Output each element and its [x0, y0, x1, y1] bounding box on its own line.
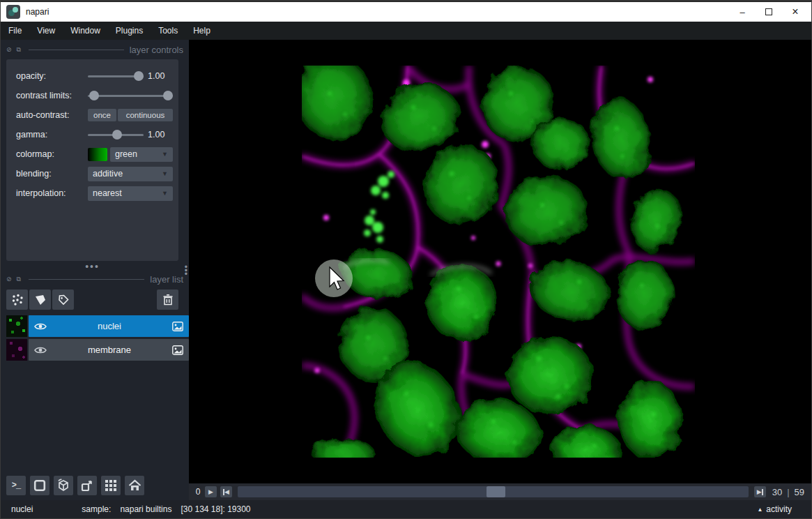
chevron-down-icon: ▼ — [162, 170, 168, 177]
status-active-layer: nuclei — [11, 504, 33, 514]
frame-separator: | — [787, 487, 789, 497]
skip-end-icon: ▶ — [757, 488, 763, 495]
transpose-icon — [80, 479, 94, 492]
frame-slider-handle[interactable] — [487, 486, 505, 497]
interpolation-dropdown[interactable]: nearest ▼ — [88, 186, 173, 201]
ndisplay-toggle-button[interactable] — [30, 476, 49, 495]
new-points-layer-button[interactable] — [6, 289, 28, 310]
home-icon — [128, 479, 141, 492]
maximize-icon — [765, 8, 772, 15]
layer-row-membrane[interactable]: membrane — [6, 339, 189, 361]
skip-to-start-button[interactable]: ◀ — [220, 486, 232, 497]
activity-label: activity — [766, 504, 792, 514]
status-sample-value: napari builtins — [120, 504, 171, 514]
colormap-swatch — [88, 148, 107, 161]
opacity-label: opacity: — [16, 71, 88, 81]
image-layers-view[interactable] — [302, 66, 695, 458]
auto-contrast-continuous-button[interactable]: continuous — [118, 109, 173, 121]
float-dock-icon[interactable]: ⧉ — [17, 276, 21, 283]
status-sample-label: sample: — [82, 504, 111, 514]
left-dock-area: ⊘ ⧉ layer controls opacity: 1.00 contras… — [1, 40, 189, 500]
blending-dropdown[interactable]: additive ▼ — [88, 167, 173, 181]
hide-dock-icon[interactable]: ⊘ — [6, 47, 12, 53]
layer-controls-panel: opacity: 1.00 contrast limits: auto-cont… — [6, 59, 178, 261]
opacity-slider[interactable] — [88, 71, 144, 81]
3d-cube-icon — [56, 479, 70, 492]
console-button[interactable]: >_ — [6, 476, 26, 495]
points-icon — [11, 294, 24, 306]
close-button[interactable]: × — [782, 2, 809, 22]
menu-file[interactable]: File — [1, 22, 29, 40]
layer-list-toolbar — [6, 289, 178, 310]
image-layer-icon — [172, 345, 183, 355]
shapes-icon — [34, 294, 47, 306]
roll-dimensions-button[interactable] — [54, 476, 73, 495]
new-labels-layer-button[interactable] — [52, 289, 74, 310]
float-dock-icon[interactable]: ⧉ — [17, 47, 21, 53]
status-bar: nuclei sample: napari builtins [30 134 1… — [1, 500, 811, 518]
visibility-eye-icon[interactable] — [34, 322, 47, 331]
layer-list-dock-header[interactable]: ⊘ ⧉ layer list — [6, 273, 189, 285]
opacity-value: 1.00 — [148, 71, 173, 81]
new-shapes-layer-button[interactable] — [29, 289, 51, 310]
skip-start-icon: ◀ — [223, 488, 229, 495]
gamma-label: gamma: — [16, 130, 88, 140]
transpose-dimensions-button[interactable] — [77, 476, 97, 495]
2d-square-icon — [33, 479, 46, 492]
maximize-button[interactable] — [756, 2, 782, 22]
menu-window[interactable]: Window — [63, 22, 108, 40]
colormap-dropdown[interactable]: green ▼ — [110, 147, 173, 162]
napari-window: napari – × File View Window Plugins Tool… — [0, 0, 812, 519]
viewer-canvas[interactable] — [189, 40, 811, 483]
dock-drag-handle[interactable] — [29, 50, 124, 50]
grid-view-button[interactable] — [101, 476, 121, 495]
menu-bar: File View Window Plugins Tools Help — [1, 22, 811, 40]
gamma-value: 1.00 — [148, 130, 173, 140]
contrast-limits-slider[interactable] — [88, 91, 173, 100]
play-button[interactable]: ▶ — [205, 486, 217, 497]
menu-view[interactable]: View — [29, 22, 63, 40]
dock-drag-handle[interactable] — [29, 279, 144, 280]
layer-name: membrane — [47, 345, 172, 355]
layer-name: nuclei — [47, 321, 172, 331]
skip-to-end-button[interactable]: ▶ — [754, 486, 766, 497]
hide-dock-icon[interactable]: ⊘ — [6, 276, 12, 283]
home-reset-view-button[interactable] — [125, 476, 144, 495]
delete-layer-button[interactable] — [157, 289, 178, 310]
viewer-buttons: >_ — [6, 476, 189, 495]
blending-label: blending: — [16, 169, 88, 179]
layer-row-nuclei[interactable]: nuclei — [6, 315, 189, 337]
caret-up-icon: ▲ — [757, 506, 763, 513]
minimize-button[interactable]: – — [729, 2, 756, 22]
gamma-slider[interactable] — [88, 130, 144, 140]
menu-help[interactable]: Help — [185, 22, 218, 40]
dock-splitter-grip[interactable]: ••• — [185, 266, 187, 276]
membrane-thumbnail — [6, 339, 27, 361]
title-bar[interactable]: napari – × — [1, 1, 811, 22]
layer-controls-title: layer controls — [130, 45, 183, 55]
auto-contrast-once-button[interactable]: once — [88, 109, 116, 121]
napari-logo-icon — [6, 5, 20, 19]
dimension-slider-row: 0 ▶ ◀ ▶ 30 | 59 — [189, 483, 811, 500]
activity-toggle[interactable]: ▲ activity — [757, 504, 792, 514]
menu-plugins[interactable]: Plugins — [108, 22, 151, 40]
chevron-down-icon: ▼ — [162, 151, 168, 158]
console-icon: >_ — [12, 481, 20, 490]
chevron-down-icon: ▼ — [162, 190, 168, 197]
interpolation-label: interpolation: — [16, 188, 88, 198]
current-frame: 30 — [772, 487, 782, 497]
frame-slider[interactable] — [238, 486, 749, 497]
contrast-limits-label: contrast limits: — [16, 91, 88, 100]
window-title: napari — [26, 7, 49, 17]
frame-counter: 30 | 59 — [772, 487, 804, 497]
auto-contrast-label: auto-contrast: — [16, 110, 88, 120]
panel-resize-grip[interactable]: ••• — [6, 264, 178, 269]
trash-icon — [162, 294, 174, 306]
layer-list-title: layer list — [150, 274, 183, 285]
menu-tools[interactable]: Tools — [151, 22, 185, 40]
visibility-eye-icon[interactable] — [34, 345, 47, 355]
tag-icon — [57, 294, 70, 306]
colormap-label: colormap: — [16, 149, 88, 159]
layer-controls-dock-header[interactable]: ⊘ ⧉ layer controls — [6, 43, 189, 56]
total-frames: 59 — [795, 487, 804, 497]
